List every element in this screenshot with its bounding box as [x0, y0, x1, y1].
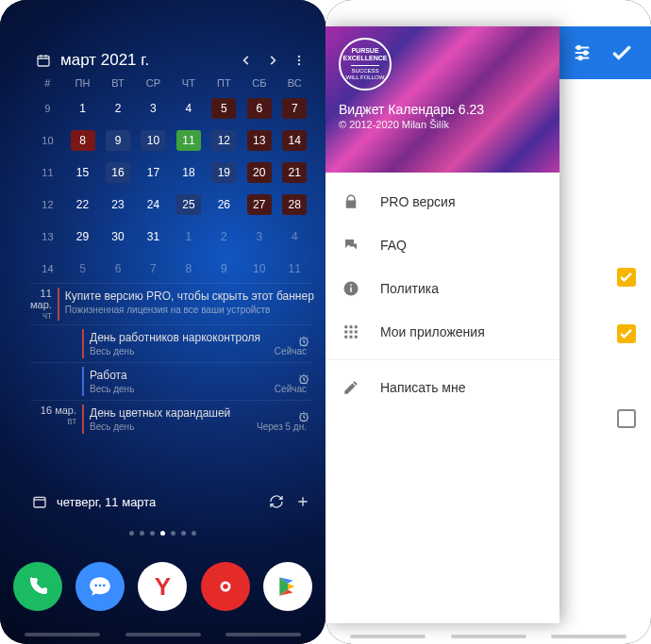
day-cell[interactable]: 5 [65, 253, 100, 285]
nav-recent[interactable] [25, 633, 100, 636]
day-cell[interactable]: 7 [136, 253, 171, 285]
agenda-item: День работников наркоконтроляВесь деньСе… [82, 329, 312, 358]
drawer-item-lock[interactable]: PRO версия [326, 180, 559, 223]
nav-home[interactable] [125, 633, 201, 636]
nav-back[interactable] [225, 633, 301, 636]
day-cell[interactable]: 27 [242, 189, 276, 221]
lock-icon [342, 193, 361, 210]
day-cell[interactable]: 13 [242, 124, 276, 157]
day-cell[interactable]: 1 [65, 92, 100, 124]
agenda-date [30, 367, 82, 396]
calendar-icon[interactable] [30, 492, 49, 511]
day-cell[interactable]: 3 [136, 92, 171, 124]
day-cell[interactable]: 31 [136, 221, 171, 253]
checkbox-checked[interactable] [617, 324, 636, 343]
day-cell[interactable]: 10 [136, 124, 171, 157]
agenda-row[interactable]: 16 мар.втДень цветных карандашейВесь ден… [30, 400, 312, 438]
checkbox-unchecked[interactable] [617, 409, 636, 428]
app-name: Виджет Календарь 6.23 [339, 102, 546, 117]
drawer-item-pen[interactable]: Написать мне [326, 366, 559, 409]
agenda-date [30, 329, 82, 358]
footer-date[interactable]: четверг, 11 марта [57, 495, 259, 509]
month-title[interactable]: март 2021 г. [60, 51, 229, 70]
day-cell[interactable]: 28 [277, 189, 312, 221]
nav-back[interactable] [551, 635, 626, 638]
day-cell[interactable]: 16 [100, 157, 135, 189]
agenda-item: РаботаВесь деньСейчас [82, 367, 312, 396]
calendar-icon[interactable] [34, 51, 53, 70]
messages-app-icon[interactable] [75, 562, 125, 611]
day-cell[interactable]: 1 [171, 221, 206, 253]
day-cell[interactable]: 8 [65, 124, 100, 157]
day-cell[interactable]: 25 [171, 189, 206, 221]
agenda-row[interactable]: РаботаВесь деньСейчас [30, 362, 312, 400]
day-cell[interactable]: 9 [207, 253, 242, 285]
nav-recent[interactable] [350, 635, 426, 638]
day-cell[interactable]: 21 [277, 157, 312, 189]
day-cell[interactable]: 9 [100, 124, 135, 157]
svg-rect-20 [350, 325, 353, 328]
day-cell[interactable]: 12 [207, 124, 242, 157]
day-cell[interactable]: 19 [207, 157, 242, 189]
yandex-app-icon[interactable]: Y [138, 562, 187, 611]
day-cell[interactable]: 3 [242, 221, 276, 253]
day-cell[interactable]: 2 [100, 92, 135, 124]
android-navbar [0, 633, 326, 636]
day-cell[interactable]: 10 [242, 253, 276, 285]
dock: Y [0, 562, 326, 611]
agenda-row[interactable]: День работников наркоконтроляВесь деньСе… [30, 324, 312, 362]
confirm-check-icon[interactable] [609, 41, 634, 65]
day-cell[interactable]: 29 [65, 221, 100, 253]
week-number: 13 [30, 221, 65, 253]
phone-app-icon[interactable] [13, 562, 62, 611]
alarm-icon[interactable] [297, 335, 310, 348]
day-cell[interactable]: 7 [277, 92, 312, 124]
day-cell[interactable]: 17 [136, 157, 171, 189]
day-cell[interactable]: 30 [100, 221, 135, 253]
add-icon[interactable] [293, 492, 312, 511]
day-cell[interactable]: 2 [207, 221, 242, 253]
day-cell[interactable]: 18 [171, 157, 206, 189]
day-cell[interactable]: 6 [100, 253, 135, 285]
camera-app-icon[interactable] [201, 562, 250, 611]
day-cell[interactable]: 5 [207, 92, 242, 124]
nav-home[interactable] [451, 635, 526, 638]
day-cell[interactable]: 20 [242, 157, 276, 189]
more-icon[interactable] [290, 51, 309, 70]
prev-month-icon[interactable] [237, 51, 256, 70]
drawer-item-info[interactable]: Политика [326, 267, 559, 310]
drawer-item-faq[interactable]: FAQ [326, 223, 559, 267]
day-cell[interactable]: 15 [65, 157, 100, 189]
svg-point-14 [584, 51, 588, 55]
alarm-icon[interactable] [297, 410, 310, 423]
next-month-icon[interactable] [263, 51, 282, 70]
drawer-item-label: FAQ [380, 238, 407, 253]
checkbox-checked[interactable] [617, 268, 636, 287]
settings-sliders-icon[interactable] [572, 42, 593, 63]
svg-rect-26 [350, 336, 353, 339]
day-cell[interactable]: 24 [136, 189, 171, 221]
grid-icon [342, 323, 361, 340]
svg-point-8 [95, 585, 98, 587]
agenda-row[interactable]: 11 мар.чтКупите версию PRO, чтобы скрыть… [30, 283, 312, 324]
drawer-item-grid[interactable]: Мои приложения [326, 310, 559, 354]
dow-cell: ПТ [207, 74, 242, 92]
week-number: 9 [30, 92, 65, 124]
day-cell[interactable]: 14 [277, 124, 312, 157]
day-cell[interactable]: 22 [65, 189, 100, 221]
day-cell[interactable]: 6 [242, 92, 276, 124]
playstore-app-icon[interactable] [263, 562, 312, 611]
day-cell[interactable]: 4 [277, 221, 312, 253]
day-cell[interactable]: 26 [207, 189, 242, 221]
nav-drawer: PURSUE EXCELLENCE SUCCESS WILL FOLLOW Ви… [326, 26, 559, 623]
day-cell[interactable]: 4 [171, 92, 206, 124]
day-cell[interactable]: 11 [171, 124, 206, 157]
svg-rect-21 [355, 325, 358, 328]
day-cell[interactable]: 8 [171, 253, 206, 285]
day-cell[interactable]: 11 [277, 253, 312, 285]
day-cell[interactable]: 23 [100, 189, 135, 221]
left-phone: март 2021 г. #ПНВТСРЧТПТСБВС 91234567108… [0, 0, 326, 644]
alarm-icon[interactable] [297, 372, 310, 386]
agenda-date: 16 мар.вт [30, 405, 82, 434]
refresh-icon[interactable] [267, 492, 286, 511]
